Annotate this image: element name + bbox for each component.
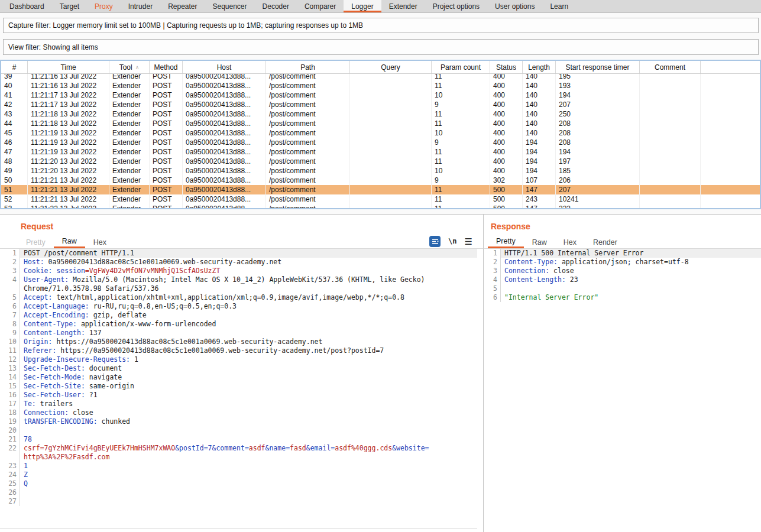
table-cell-param-count[interactable]: 11 [432, 109, 490, 119]
table-cell-status[interactable]: 400 [490, 81, 523, 90]
table-cell-start-response-timer[interactable]: 206 [556, 176, 640, 185]
table-cell-status[interactable]: 500 [490, 204, 523, 209]
table-cell-path[interactable]: /post/comment [266, 138, 350, 147]
table-cell-status[interactable]: 400 [490, 119, 523, 128]
table-cell-blank[interactable]: 47 [1, 147, 28, 157]
table-cell-query[interactable] [350, 138, 432, 147]
tab-learn[interactable]: Learn [542, 0, 576, 12]
table-cell-query[interactable] [350, 128, 432, 138]
table-row[interactable]: 4711:21:19 13 Jul 2022ExtenderPOST0a9500… [1, 147, 760, 157]
table-cell-status[interactable]: 400 [490, 166, 523, 176]
table-cell-path[interactable]: /post/comment [266, 90, 350, 100]
table-cell-host[interactable]: 0a9500020413d88... [183, 119, 266, 128]
table-cell-comment[interactable] [640, 204, 701, 209]
table-cell-host[interactable]: 0a9500020413d88... [183, 176, 266, 185]
table-cell-param-count[interactable]: 9 [432, 138, 490, 147]
table-cell-query[interactable] [350, 109, 432, 119]
table-cell-status[interactable]: 400 [490, 147, 523, 157]
table-cell-method[interactable]: POST [150, 157, 183, 166]
table-cell-tool[interactable]: Extender [109, 194, 150, 204]
tab-comparer[interactable]: Comparer [297, 0, 344, 12]
table-cell-query[interactable] [350, 157, 432, 166]
table-cell-comment[interactable] [640, 185, 701, 194]
table-cell-tool[interactable]: Extender [109, 128, 150, 138]
response-editor[interactable]: 1HTTP/1.1 500 Internal Server Error2Cont… [484, 249, 761, 532]
tab-raw[interactable]: Raw [54, 236, 85, 248]
tab-dashboard[interactable]: Dashboard [2, 0, 52, 12]
table-cell-time[interactable]: 11:21:21 13 Jul 2022 [28, 185, 109, 194]
tab-target[interactable]: Target [52, 0, 87, 12]
table-cell-comment[interactable] [640, 109, 701, 119]
table-row[interactable]: 5311:21:22 13 Jul 2022ExtenderPOST0a9500… [1, 204, 760, 209]
table-cell-blank[interactable]: 49 [1, 166, 28, 176]
table-cell-tool[interactable]: Extender [109, 147, 150, 157]
table-cell-host[interactable]: 0a9500020413d88... [183, 157, 266, 166]
table-row[interactable]: 5211:21:21 13 Jul 2022ExtenderPOST0a9500… [1, 194, 760, 204]
tab-decoder[interactable]: Decoder [255, 0, 297, 12]
table-cell-time[interactable]: 11:21:18 13 Jul 2022 [28, 119, 109, 128]
table-cell-tool[interactable]: Extender [109, 204, 150, 209]
tab-render[interactable]: Render [585, 236, 626, 248]
table-cell-tool[interactable]: Extender [109, 138, 150, 147]
table-cell-start-response-timer[interactable]: 10241 [556, 194, 640, 204]
column-header-blank[interactable]: # [1, 61, 28, 73]
table-cell-length[interactable]: 107 [523, 176, 556, 185]
table-cell-time[interactable]: 11:21:17 13 Jul 2022 [28, 100, 109, 109]
table-cell-blank[interactable]: 46 [1, 138, 28, 147]
table-cell-comment[interactable] [640, 176, 701, 185]
table-cell-time[interactable]: 11:21:18 13 Jul 2022 [28, 109, 109, 119]
view-filter-bar[interactable]: View filter: Showing all items [3, 39, 759, 55]
table-row[interactable]: 4511:21:19 13 Jul 2022ExtenderPOST0a9500… [1, 128, 760, 138]
table-row[interactable]: 4011:21:16 13 Jul 2022ExtenderPOST0a9500… [1, 81, 760, 90]
table-cell-path[interactable]: /post/comment [266, 147, 350, 157]
table-cell-length[interactable]: 140 [523, 109, 556, 119]
table-cell-comment[interactable] [640, 128, 701, 138]
table-cell-length[interactable]: 147 [523, 204, 556, 209]
table-cell-time[interactable]: 11:21:16 13 Jul 2022 [28, 81, 109, 90]
table-row[interactable]: 4611:21:19 13 Jul 2022ExtenderPOST0a9500… [1, 138, 760, 147]
table-cell-time[interactable]: 11:21:21 13 Jul 2022 [28, 176, 109, 185]
table-cell-comment[interactable] [640, 81, 701, 90]
table-cell-method[interactable]: POST [150, 81, 183, 90]
column-header-method[interactable]: Method [150, 61, 183, 73]
table-cell-status[interactable]: 400 [490, 157, 523, 166]
table-cell-tool[interactable]: Extender [109, 157, 150, 166]
table-cell-param-count[interactable]: 11 [432, 194, 490, 204]
table-cell-path[interactable]: /post/comment [266, 128, 350, 138]
table-cell-method[interactable]: POST [150, 147, 183, 157]
table-cell-path[interactable]: /post/comment [266, 157, 350, 166]
table-cell-start-response-timer[interactable]: 250 [556, 109, 640, 119]
table-cell-status[interactable]: 400 [490, 109, 523, 119]
table-cell-length[interactable]: 140 [523, 81, 556, 90]
column-header-param-count[interactable]: Param count [432, 61, 490, 73]
table-cell-status[interactable]: 400 [490, 128, 523, 138]
table-cell-time[interactable]: 11:21:19 13 Jul 2022 [28, 128, 109, 138]
table-cell-method[interactable]: POST [150, 185, 183, 194]
table-cell-method[interactable]: POST [150, 138, 183, 147]
table-row[interactable]: 5111:21:21 13 Jul 2022ExtenderPOST0a9500… [1, 185, 760, 194]
table-cell-path[interactable]: /post/comment [266, 81, 350, 90]
table-cell-start-response-timer[interactable]: 193 [556, 81, 640, 90]
table-cell-comment[interactable] [640, 119, 701, 128]
tab-proxy[interactable]: Proxy [87, 0, 121, 12]
table-cell-blank[interactable]: 52 [1, 194, 28, 204]
column-header-time[interactable]: Time [28, 61, 109, 73]
table-cell-comment[interactable] [640, 194, 701, 204]
table-cell-start-response-timer[interactable]: 185 [556, 166, 640, 176]
table-cell-param-count[interactable]: 11 [432, 147, 490, 157]
table-cell-tool[interactable]: Extender [109, 109, 150, 119]
table-cell-status[interactable]: 400 [490, 138, 523, 147]
pretty-print-icon[interactable] [429, 236, 441, 247]
table-cell-method[interactable]: POST [150, 194, 183, 204]
table-cell-host[interactable]: 0a9500020413d88... [183, 100, 266, 109]
table-cell-tool[interactable]: Extender [109, 166, 150, 176]
table-cell-blank[interactable]: 50 [1, 176, 28, 185]
table-cell-method[interactable]: POST [150, 176, 183, 185]
table-cell-param-count[interactable]: 9 [432, 100, 490, 109]
table-row[interactable]: 4211:21:17 13 Jul 2022ExtenderPOST0a9500… [1, 100, 760, 109]
column-header-status[interactable]: Status [490, 61, 523, 73]
table-cell-length[interactable]: 194 [523, 147, 556, 157]
tab-user-options[interactable]: User options [487, 0, 542, 12]
table-cell-query[interactable] [350, 185, 432, 194]
table-cell-time[interactable]: 11:21:20 13 Jul 2022 [28, 157, 109, 166]
